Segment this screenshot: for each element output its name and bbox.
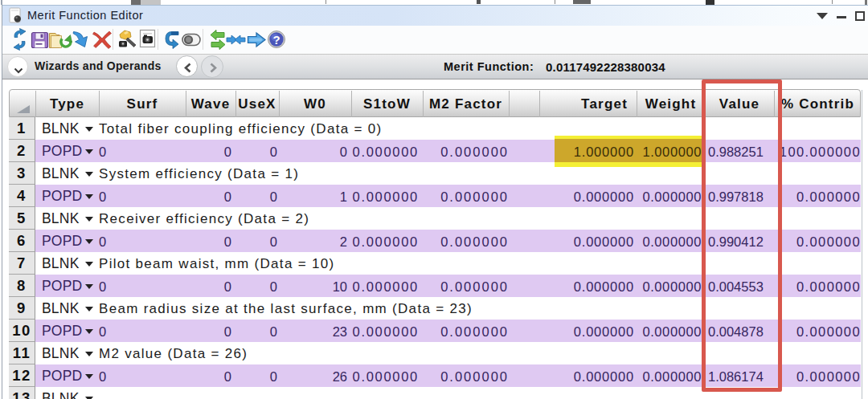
svg-text:?: ? [272,33,280,47]
